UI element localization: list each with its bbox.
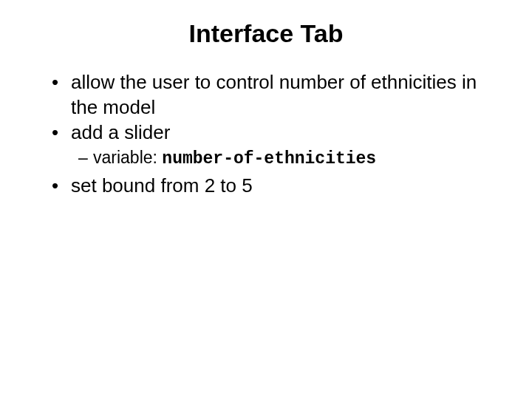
bullet-item-2: add a slider variable: number-of-ethnici… [52,120,502,171]
bullet-item-3: set bound from 2 to 5 [52,174,502,199]
sub-bullet-label: variable: [93,148,162,167]
bullet-item-1: allow the user to control number of ethn… [52,70,502,120]
bullet-item-2-text: add a slider [71,121,170,143]
sub-bullet-item-1: variable: number-of-ethnicities [78,146,502,171]
bullet-list: allow the user to control number of ethn… [30,70,502,199]
sub-bullet-list: variable: number-of-ethnicities [71,146,502,171]
slide-title: Interface Tab [30,19,502,48]
sub-bullet-code: number-of-ethnicities [162,149,376,168]
